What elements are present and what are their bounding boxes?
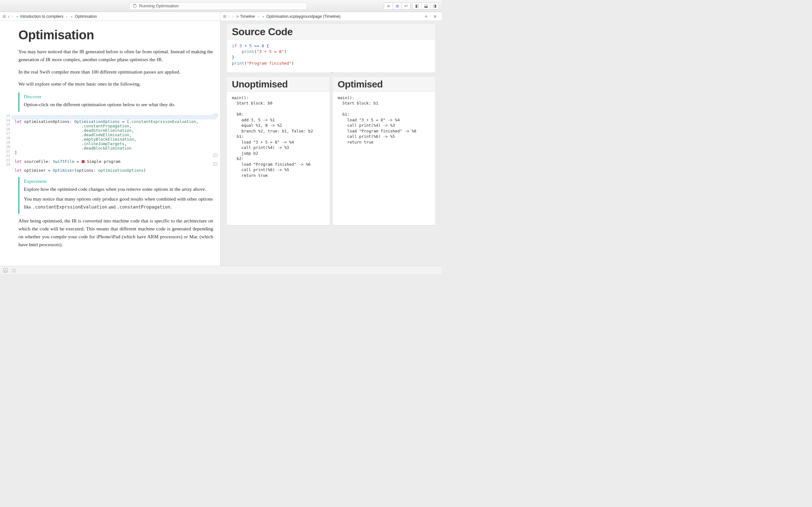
line-number: 23 (0, 158, 10, 163)
breadcrumb-page[interactable]: Optimisation (70, 14, 97, 19)
code-text (232, 49, 242, 54)
result-indicator[interactable] (213, 154, 217, 157)
enum-value: deadStoreElimination (84, 128, 132, 133)
source-code-panel: Source Code if 3 + 5 == 8 { print("3 + 5… (227, 24, 435, 72)
code-text: , (129, 132, 132, 137)
code-text: , (134, 137, 136, 142)
line-number: 16 (0, 127, 10, 131)
related-items-icon[interactable] (223, 14, 226, 19)
jump-bars: Introduction to compilers Optimisation T… (0, 12, 442, 21)
type: OptimisationOptions (74, 119, 119, 124)
code-text: , (124, 141, 127, 146)
emphasis: optimises (130, 57, 148, 62)
paragraph: In the real Swift compiler more than 100… (18, 68, 213, 76)
panel-header: Source Code (227, 24, 435, 40)
code-text: . (14, 141, 84, 146)
line-number: 19 (0, 140, 10, 145)
swift-icon (15, 14, 19, 19)
code-text: . (14, 132, 84, 137)
breadcrumb-file-label: Optimisation.xcplaygroundpage (Timeline) (266, 14, 341, 19)
keyword: if (232, 43, 237, 48)
code-text: { (267, 43, 269, 48)
related-items-icon[interactable] (3, 14, 6, 19)
breadcrumb-timeline[interactable]: Timeline (236, 14, 255, 19)
breadcrumb-project[interactable]: Introduction to compilers (15, 14, 63, 19)
add-assistant-button[interactable]: + (423, 14, 429, 19)
callout-title: Discover (24, 94, 213, 100)
breadcrumb-timeline-label: Timeline (240, 14, 255, 19)
panel-title: Unoptimised (232, 79, 324, 90)
enum-value: deadBlockElimination (84, 146, 132, 151)
code-text: ] (14, 150, 17, 155)
swift-icon (261, 14, 265, 19)
text: the IR. (148, 57, 163, 62)
nav-back-button[interactable] (229, 14, 230, 19)
enum-value: deadCodeElimination (84, 132, 129, 137)
code-text: , (132, 128, 134, 133)
standard-editor-button[interactable] (384, 3, 393, 9)
line-number: 21 (0, 149, 10, 154)
ir-comparison-row: Unoptimised main(): Start block: b0 b0: … (227, 77, 435, 225)
function-call: print (242, 49, 254, 54)
titlebar-right-group (384, 3, 439, 9)
code-text: ) (292, 61, 294, 66)
editor-pane: 13 14 15 16 17 18 19 20 21 22 23 24 Opti… (0, 21, 220, 266)
breadcrumb-separator (257, 14, 259, 19)
code-text: = (74, 159, 82, 164)
identifier: optimisationOptions (98, 168, 143, 173)
nav-forward-button (11, 14, 13, 19)
keyword: let (14, 159, 22, 164)
code-block[interactable]: let optimisationOptions: OptimisationOpt… (13, 115, 213, 173)
code-text: optimiser = (22, 168, 53, 173)
code-text: . (14, 137, 84, 142)
paragraph: You may have noticed that the IR generat… (18, 48, 213, 64)
paragraph: After being optimised, the IR is convert… (18, 217, 213, 248)
type: Optimiser (53, 168, 74, 173)
inline-code: .constantPropagation (117, 205, 170, 210)
enum-value: constantExprssionEvaluation (132, 119, 196, 124)
highlighted-line (11, 115, 216, 119)
toggle-bottom-panel-button[interactable] (421, 3, 430, 9)
resize-handle[interactable] (331, 72, 333, 72)
callout-body: Option-click on the different optimisati… (24, 101, 213, 109)
code-text: = [. (119, 119, 132, 124)
breadcrumb-file[interactable]: Optimisation.xcplaygroundpage (Timeline) (261, 14, 341, 19)
nav-back-button[interactable] (8, 14, 9, 19)
console-toggle[interactable] (12, 268, 15, 273)
toggle-right-panel-button[interactable] (430, 3, 439, 9)
line-number: 17 (0, 131, 10, 136)
panel-body: if 3 + 5 == 8 { print("3 + 5 = 8") } pri… (227, 40, 435, 72)
code-text: sourceFile: (22, 159, 53, 164)
optimised-panel: Optimised main(): Start block: b1 b1: lo… (333, 77, 436, 225)
callout-title: Experiment (24, 178, 213, 184)
assistant-editor-button[interactable] (393, 3, 402, 9)
enum-value: constantPropagation (84, 124, 129, 128)
timeline-icon (236, 14, 239, 19)
unoptimised-panel: Unoptimised main(): Start block: b0 b0: … (227, 77, 329, 225)
function-call: print (232, 61, 244, 66)
discover-callout: Discover Option-click on the different o… (18, 93, 213, 112)
enum-value: emptyBlockElimination (84, 137, 134, 142)
lines-icon (387, 3, 390, 9)
result-indicator[interactable] (213, 163, 217, 166)
code-text: ( (244, 61, 247, 66)
line-number: 13 (0, 114, 10, 118)
activity-field[interactable]: Running Optimisation (130, 2, 307, 10)
panel-right-icon (433, 3, 437, 8)
color-literal-icon[interactable] (82, 160, 85, 163)
code-text: } (232, 55, 235, 60)
panel-bottom-icon (424, 3, 428, 8)
toggle-left-panel-button[interactable] (412, 3, 421, 9)
result-gutter (212, 163, 218, 166)
jump-bar-left: Introduction to compilers Optimisation (0, 12, 220, 20)
inline-code: .constantExprssionEvaluation (32, 205, 107, 210)
debug-area-toggle[interactable] (3, 268, 8, 273)
panel-toggle-group (412, 3, 439, 9)
version-editor-button[interactable] (402, 3, 410, 9)
close-assistant-button[interactable]: ✕ (432, 14, 439, 19)
code-text: ) (284, 49, 287, 54)
bottom-bar (0, 266, 442, 274)
document-body[interactable]: Optimisation You may have noticed that t… (11, 21, 220, 266)
callout-body: Explore how the optimised code changes w… (24, 185, 213, 193)
activity-text: Running Optimisation (139, 3, 179, 8)
